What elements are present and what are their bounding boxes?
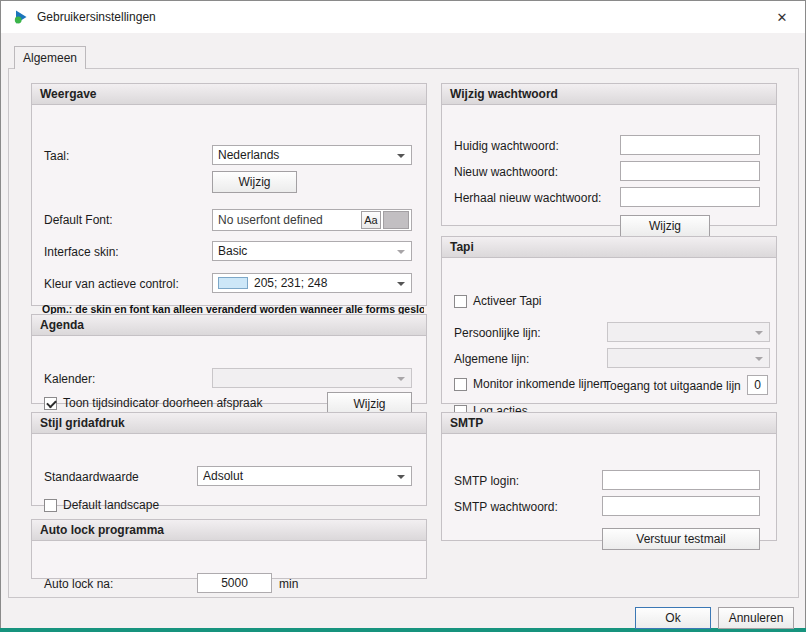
kleur-combobox[interactable]: 205; 231; 248: [212, 273, 412, 293]
section-autolock: Auto lock programma Auto lock na: min: [31, 519, 427, 579]
taal-wijzig-button[interactable]: Wijzig: [212, 171, 297, 193]
section-tapi: Tapi Activeer Tapi Persoonlijke lijn: Al…: [441, 236, 777, 404]
smtp-login-input[interactable]: [602, 470, 760, 490]
standaardwaarde-combobox[interactable]: Adsolut: [197, 466, 412, 486]
ok-button[interactable]: Ok: [635, 607, 711, 629]
nieuw-wachtwoord-label: Nieuw wachtwoord:: [454, 165, 558, 179]
section-wachtwoord: Wijzig wachtwoord Huidig wachtwoord: Nie…: [441, 83, 777, 226]
taal-combobox[interactable]: Nederlands: [212, 145, 412, 165]
smtp-login-label: SMTP login:: [454, 474, 519, 488]
window-title: Gebruikersinstellingen: [37, 10, 156, 24]
kleur-label: Kleur van actieve control:: [44, 277, 179, 291]
section-agenda: Agenda Kalender: Toon tijdsindicator doo…: [31, 314, 427, 404]
font-preview-button[interactable]: Aa: [361, 211, 381, 229]
section-weergave: Weergave Taal: Nederlands Wijzig Default…: [31, 83, 427, 306]
chevron-down-icon: [397, 250, 405, 254]
interface-skin-value: Basic: [218, 244, 395, 258]
toegang-uitgaande-label: Toegang tot uitgaande lijn: [604, 379, 741, 393]
wachtwoord-wijzig-button[interactable]: Wijzig: [620, 215, 710, 237]
annuleren-button[interactable]: Annuleren: [718, 607, 794, 629]
monitor-lijnen-checkbox[interactable]: [454, 378, 467, 391]
smtp-wachtwoord-label: SMTP wachtwoord:: [454, 500, 558, 514]
huidig-wachtwoord-input[interactable]: [620, 135, 760, 155]
activeer-tapi-label: Activeer Tapi: [473, 294, 541, 308]
smtp-header: SMTP: [442, 413, 776, 434]
kleur-value: 205; 231; 248: [254, 276, 395, 290]
agenda-header: Agenda: [32, 315, 426, 336]
taal-label: Taal:: [44, 149, 69, 163]
standaardwaarde-value: Adsolut: [203, 469, 395, 483]
herhaal-wachtwoord-label: Herhaal nieuw wachtwoord:: [454, 191, 601, 205]
verstuur-testmail-button[interactable]: Verstuur testmail: [602, 528, 760, 550]
chevron-down-icon: [755, 331, 763, 335]
font-extra-button[interactable]: [383, 211, 409, 229]
smtp-wachtwoord-input[interactable]: [602, 496, 760, 516]
kalender-combobox[interactable]: [212, 368, 412, 388]
toegang-uitgaande-input[interactable]: [747, 375, 768, 395]
monitor-lijnen-label: Monitor inkomende lijnen: [473, 377, 606, 391]
chevron-down-icon: [397, 282, 405, 286]
autolock-input[interactable]: [197, 573, 272, 593]
activeer-tapi-checkbox[interactable]: [454, 295, 467, 308]
default-font-field[interactable]: No userfont defined Aa: [212, 209, 412, 231]
herhaal-wachtwoord-input[interactable]: [620, 187, 760, 207]
gebruikersinstellingen-dialog: Gebruikersinstellingen ✕ Algemeen Weerga…: [0, 0, 806, 629]
weergave-header: Weergave: [32, 84, 426, 105]
huidig-wachtwoord-label: Huidig wachtwoord:: [454, 139, 559, 153]
persoonlijke-lijn-combobox[interactable]: [607, 322, 770, 342]
chevron-down-icon: [397, 475, 405, 479]
default-landscape-label: Default landscape: [63, 498, 159, 512]
autolock-header: Auto lock programma: [32, 520, 426, 541]
default-font-label: Default Font:: [44, 213, 113, 227]
chevron-down-icon: [397, 377, 405, 381]
section-smtp: SMTP SMTP login: SMTP wachtwoord: Verstu…: [441, 412, 777, 541]
interface-skin-label: Interface skin:: [44, 245, 119, 259]
autolock-label: Auto lock na:: [44, 577, 113, 591]
chevron-down-icon: [755, 357, 763, 361]
standaardwaarde-label: Standaardwaarde: [44, 470, 139, 484]
default-landscape-checkbox[interactable]: [44, 499, 57, 512]
algemene-lijn-label: Algemene lijn:: [454, 352, 529, 366]
tijdsindicator-label: Toon tijdsindicator doorheen afspraak: [63, 396, 262, 410]
gridafdruk-header: Stijl gridafdruk: [32, 413, 426, 434]
persoonlijke-lijn-label: Persoonlijke lijn:: [454, 326, 541, 340]
close-icon[interactable]: ✕: [773, 8, 791, 26]
kalender-label: Kalender:: [44, 372, 95, 386]
tab-algemeen[interactable]: Algemeen: [14, 46, 86, 69]
taal-value: Nederlands: [218, 148, 395, 162]
default-font-value: No userfont defined: [218, 213, 359, 227]
titlebar[interactable]: Gebruikersinstellingen ✕: [1, 1, 805, 33]
chevron-down-icon: [397, 154, 405, 158]
app-logo-icon: [13, 9, 29, 25]
tapi-header: Tapi: [442, 237, 776, 258]
algemene-lijn-combobox[interactable]: [607, 348, 770, 368]
color-swatch: [218, 277, 248, 289]
interface-skin-combobox[interactable]: Basic: [212, 241, 412, 261]
nieuw-wachtwoord-input[interactable]: [620, 161, 760, 181]
wachtwoord-header: Wijzig wachtwoord: [442, 84, 776, 105]
autolock-unit: min: [279, 577, 298, 591]
section-gridafdruk: Stijl gridafdruk Standaardwaarde Adsolut…: [31, 412, 427, 506]
tijdsindicator-checkbox[interactable]: [44, 397, 57, 410]
